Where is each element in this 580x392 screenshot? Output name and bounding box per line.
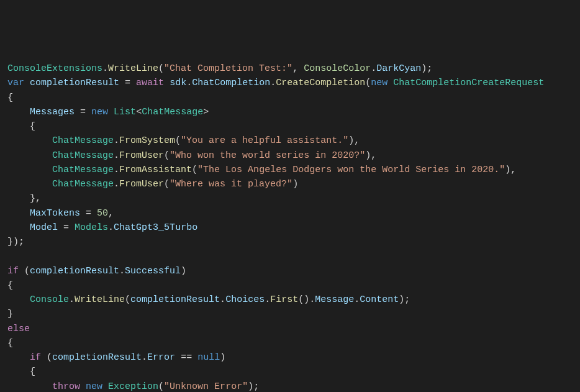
code-line: { [7,338,13,349]
method-name: FromAssistant [119,165,192,175]
code-line: Model = Models.ChatGpt3_5Turbo [7,222,197,233]
variable: completionResult [30,78,119,88]
code-line: if (completionResult.Error == null) [7,352,225,363]
type-name: Console [30,294,69,305]
enum-type: ConsoleColor [304,63,371,74]
type-name: Models [75,222,108,233]
code-line: ChatMessage.FromUser("Where was it playe… [7,179,298,189]
string-literal: "Unknown Error" [164,381,248,392]
keyword: throw [52,381,80,392]
blank-line [7,251,13,262]
string-literal: "The Los Angeles Dodgers won the World S… [197,165,505,175]
code-line: ChatMessage.FromAssistant("The Los Angel… [7,165,516,175]
method-name: WriteLine [108,63,158,74]
keyword: null [197,352,220,363]
string-literal: "Who won the world series in 2020?" [170,150,365,161]
type-name: ChatCompletionCreateRequest [393,78,544,88]
type-name: ConsoleExtensions [7,63,102,74]
property: Model [30,222,58,233]
type-name: List [114,107,136,117]
type-name: Exception [108,381,158,392]
code-line: } [7,309,13,319]
code-line: else [7,324,30,334]
method-name: FromSystem [119,135,175,146]
code-line: { [7,121,35,132]
string-literal: "You are a helpful assistant." [181,135,348,146]
generic-type: ChatMessage [142,107,203,117]
type-name: ChatMessage [52,135,114,146]
code-line: { [7,93,13,103]
property: Successful [125,266,181,276]
method-name: FromUser [119,150,164,161]
property: Message [315,294,354,305]
property: ChatGpt3_5Turbo [114,222,197,233]
code-line: }, [7,193,41,204]
variable: sdk [170,78,186,88]
keyword: await [136,78,164,88]
type-name: ChatMessage [52,150,114,161]
variable: completionResult [30,266,119,276]
enum-value: DarkCyan [376,63,421,74]
property: Content [360,294,399,305]
property: Choices [225,294,265,305]
code-line: ChatMessage.FromSystem("You are a helpfu… [7,135,360,146]
code-line: Console.WriteLine(completionResult.Choic… [7,294,410,305]
method-name: WriteLine [75,294,125,305]
method-name: CreateCompletion [276,78,365,88]
property: MaxTokens [30,208,80,219]
property: ChatCompletion [192,78,270,88]
string-literal: "Chat Completion Test:" [164,63,292,74]
keyword: new [371,78,387,88]
property: Messages [30,107,75,117]
method-name: FromUser [119,179,164,189]
type-name: ChatMessage [52,165,114,175]
method-name: First [270,294,298,305]
code-line: { [7,367,35,377]
code-line: Messages = new List<ChatMessage> [7,107,209,117]
code-line: ChatMessage.FromUser("Who won the world … [7,150,376,161]
keyword: new [86,381,102,392]
code-block[interactable]: ConsoleExtensions.WriteLine("Chat Comple… [7,62,573,392]
keyword: else [7,324,30,334]
keyword: var [7,78,24,88]
variable: completionResult [130,294,220,305]
keyword: if [30,352,41,363]
type-name: ChatMessage [52,179,114,189]
code-line: { [7,280,13,291]
code-line: }); [7,237,24,247]
code-line: var completionResult = await sdk.ChatCom… [7,78,544,88]
string-literal: "Where was it played?" [170,179,292,189]
code-line: throw new Exception("Unknown Error"); [7,381,259,392]
code-line: ConsoleExtensions.WriteLine("Chat Comple… [7,63,432,74]
code-line: if (completionResult.Successful) [7,266,186,276]
keyword: new [91,107,108,117]
variable: completionResult [52,352,142,363]
number-literal: 50 [97,208,108,219]
keyword: if [7,266,19,276]
code-line: MaxTokens = 50, [7,208,114,219]
property: Error [147,352,175,363]
